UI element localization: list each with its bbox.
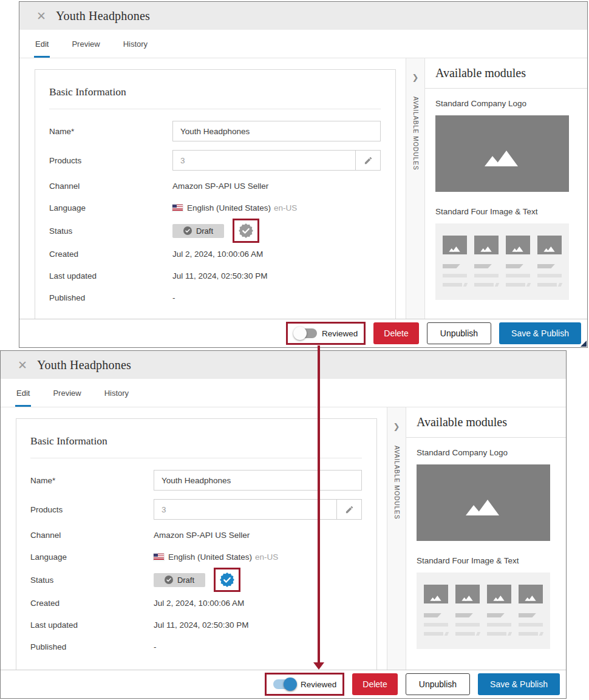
name-row: Name* bbox=[30, 466, 362, 495]
modules-strip-label: AVAILABLE MODULES bbox=[412, 97, 419, 171]
verified-seal-icon[interactable] bbox=[219, 572, 235, 588]
name-label: Name* bbox=[49, 127, 172, 136]
mountains-icon bbox=[482, 149, 522, 166]
module-item-company-logo[interactable]: Standard Company Logo bbox=[435, 99, 587, 192]
mountains-icon bbox=[448, 246, 461, 252]
language-value: English (United States) bbox=[187, 203, 271, 212]
module-label: Standard Company Logo bbox=[435, 99, 587, 108]
reviewed-toggle-label: Reviewed bbox=[322, 329, 358, 338]
edit-products-button[interactable] bbox=[336, 500, 361, 519]
name-input[interactable] bbox=[154, 470, 362, 491]
window-header: ✕ Youth Headphones bbox=[1, 351, 566, 379]
last-updated-label: Last updated bbox=[30, 620, 154, 630]
module-label: Standard Company Logo bbox=[417, 448, 566, 457]
modules-collapse-strip: ❯ AVAILABLE MODULES bbox=[387, 407, 406, 670]
published-label: Published bbox=[30, 642, 154, 651]
delete-button[interactable]: Delete bbox=[373, 322, 418, 344]
last-updated-row: Last updated Jul 11, 2024, 02:50:30 PM bbox=[30, 614, 362, 636]
products-label: Products bbox=[49, 156, 172, 165]
verified-seal-icon[interactable] bbox=[238, 223, 254, 239]
mountains-icon bbox=[461, 595, 474, 601]
delete-button[interactable]: Delete bbox=[352, 673, 397, 695]
name-input[interactable] bbox=[172, 121, 381, 141]
annotated-screenshot: ✕ Youth Headphones Edit Preview History … bbox=[0, 0, 589, 700]
form-area: Basic Information Name* Products bbox=[1, 407, 387, 670]
tab-edit[interactable]: Edit bbox=[34, 30, 50, 58]
divider bbox=[49, 109, 381, 109]
name-label: Name* bbox=[30, 476, 154, 485]
channel-value: Amazon SP-API US Seller bbox=[172, 182, 268, 191]
check-circle-icon bbox=[165, 576, 173, 584]
collapse-chevron-icon[interactable]: ❯ bbox=[412, 73, 419, 82]
status-row: Status Draft bbox=[30, 568, 362, 592]
module-thumbnail-four-image-text bbox=[417, 573, 550, 649]
annotation-arrow-head bbox=[313, 662, 324, 670]
tab-edit[interactable]: Edit bbox=[15, 379, 31, 407]
save-publish-button[interactable]: Save & Publish bbox=[499, 322, 581, 344]
editor-content: Basic Information Name* Products bbox=[19, 58, 587, 319]
mountains-icon bbox=[511, 246, 525, 252]
save-publish-button[interactable]: Save & Publish bbox=[478, 673, 560, 695]
available-modules-panel: Available modules Standard Company Logo … bbox=[425, 58, 587, 319]
language-value: English (United States) bbox=[168, 552, 252, 562]
edit-products-button[interactable] bbox=[355, 151, 380, 170]
available-modules-panel: Available modules Standard Company Logo … bbox=[406, 407, 566, 670]
last-updated-row: Last updated Jul 11, 2024, 02:50:30 PM bbox=[49, 265, 381, 287]
toggle-knob bbox=[284, 678, 297, 691]
products-input[interactable] bbox=[154, 500, 336, 519]
reviewed-badge-highlight bbox=[233, 219, 259, 243]
channel-row: Channel Amazon SP-API US Seller bbox=[30, 524, 362, 546]
module-item-company-logo[interactable]: Standard Company Logo bbox=[417, 448, 566, 541]
placeholder-column bbox=[474, 236, 499, 300]
toggle-knob bbox=[293, 327, 307, 340]
basic-information-card: Basic Information Name* Products bbox=[35, 69, 396, 319]
mountains-icon bbox=[463, 498, 503, 515]
reviewed-toggle-highlight: Reviewed bbox=[286, 322, 366, 345]
unpublish-button[interactable]: Unpublish bbox=[427, 322, 491, 344]
reviewed-toggle[interactable] bbox=[294, 328, 317, 338]
published-value: - bbox=[172, 293, 175, 302]
pencil-icon bbox=[364, 156, 373, 165]
products-label: Products bbox=[30, 505, 154, 514]
module-item-four-image-text[interactable]: Standard Four Image & Text bbox=[417, 556, 566, 649]
tab-history[interactable]: History bbox=[103, 379, 130, 407]
tab-bar: Edit Preview History bbox=[1, 379, 566, 407]
status-row: Status Draft bbox=[49, 219, 381, 243]
created-value: Jul 2, 2024, 10:00:06 AM bbox=[172, 250, 263, 259]
created-value: Jul 2, 2024, 10:00:06 AM bbox=[154, 599, 244, 608]
mountains-icon bbox=[492, 595, 506, 601]
unpublish-button[interactable]: Unpublish bbox=[406, 673, 470, 695]
products-input-group bbox=[172, 150, 381, 171]
products-row: Products bbox=[30, 495, 362, 524]
action-bar: Reviewed Delete Unpublish Save & Publish bbox=[19, 319, 587, 347]
collapse-chevron-icon[interactable]: ❯ bbox=[393, 422, 400, 431]
last-updated-value: Jul 11, 2024, 02:50:30 PM bbox=[154, 620, 249, 630]
close-icon[interactable]: ✕ bbox=[18, 359, 27, 371]
annotation-arrow-line bbox=[318, 345, 320, 662]
tab-preview[interactable]: Preview bbox=[52, 379, 82, 407]
tab-history[interactable]: History bbox=[122, 30, 149, 58]
tab-preview[interactable]: Preview bbox=[70, 30, 101, 58]
name-row: Name* bbox=[49, 117, 381, 146]
status-label: Status bbox=[30, 576, 154, 585]
language-row: Language English (United States) en-US bbox=[30, 546, 362, 568]
placeholder-column bbox=[487, 585, 511, 649]
module-thumbnail-company-logo bbox=[435, 115, 569, 192]
module-thumbnail-company-logo bbox=[417, 464, 550, 541]
check-circle-icon bbox=[183, 226, 192, 235]
status-badge: Draft bbox=[154, 573, 205, 587]
module-item-four-image-text[interactable]: Standard Four Image & Text bbox=[435, 207, 587, 300]
language-label: Language bbox=[30, 552, 154, 562]
page-title: Youth Headphones bbox=[56, 9, 150, 23]
channel-value: Amazon SP-API US Seller bbox=[154, 531, 250, 540]
resize-grip[interactable] bbox=[580, 341, 587, 347]
close-icon[interactable]: ✕ bbox=[36, 10, 46, 22]
divider bbox=[30, 458, 362, 458]
products-input-group bbox=[154, 499, 362, 520]
language-label: Language bbox=[49, 203, 172, 212]
reviewed-toggle[interactable] bbox=[273, 679, 296, 689]
products-input[interactable] bbox=[173, 151, 355, 170]
card-title: Basic Information bbox=[49, 86, 381, 98]
products-row: Products bbox=[49, 146, 381, 175]
product-editor-window-before: ✕ Youth Headphones Edit Preview History … bbox=[19, 1, 588, 348]
